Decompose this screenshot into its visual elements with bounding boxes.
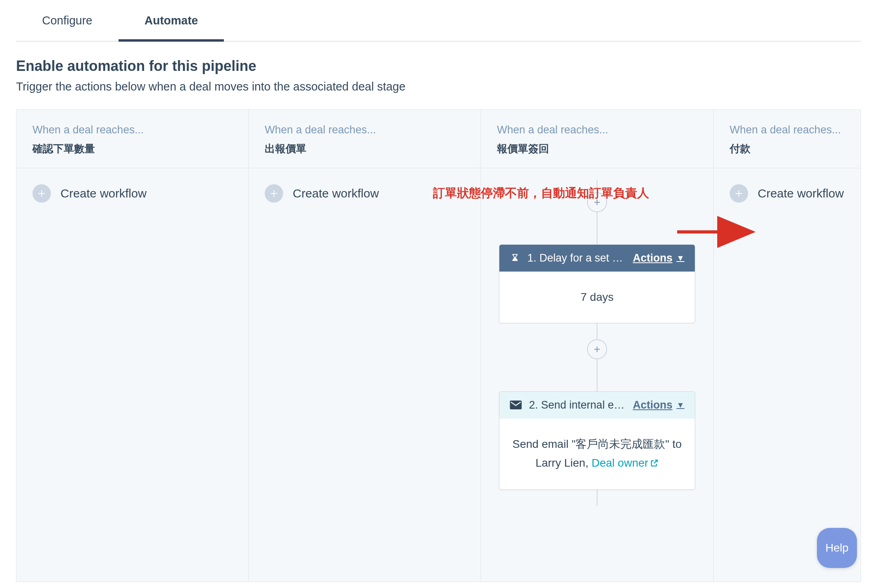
create-workflow-button[interactable]: Create workflow xyxy=(265,184,465,203)
workflow-add-step-button[interactable]: + xyxy=(587,192,607,212)
tab-bar: Configure Automate xyxy=(16,0,861,42)
pipeline-column: When a deal reaches... 付款 Create workflo… xyxy=(713,110,861,582)
column-trigger-label: When a deal reaches... xyxy=(497,124,697,136)
create-workflow-label: Create workflow xyxy=(60,187,147,200)
workflow-step-body: 7 days xyxy=(499,272,695,323)
hourglass-icon xyxy=(510,253,520,264)
pipeline-board: When a deal reaches... 確認下單數量 Create wor… xyxy=(16,109,861,582)
create-workflow-button[interactable]: Create workflow xyxy=(32,184,232,203)
workflow-step-body: Send email "客戶尚未完成匯款" to Larry Lien, Dea… xyxy=(499,419,695,489)
actions-label: Actions xyxy=(633,399,672,411)
column-stage-name: 付款 xyxy=(730,142,845,156)
create-workflow-label: Create workflow xyxy=(293,187,379,200)
tab-automate[interactable]: Automate xyxy=(119,0,224,42)
plus-icon xyxy=(265,184,283,203)
caret-down-icon: ▼ xyxy=(676,254,684,263)
help-button[interactable]: Help xyxy=(817,528,857,568)
workflow-add-step-button[interactable]: + xyxy=(587,339,607,359)
create-workflow-label: Create workflow xyxy=(758,187,844,200)
workflow-step-header: 1. Delay for a set amount of time Action… xyxy=(499,245,695,272)
column-stage-name: 確認下單數量 xyxy=(32,142,232,156)
plus-icon xyxy=(730,184,748,203)
workflow-step-actions-dropdown[interactable]: Actions ▼ xyxy=(633,252,684,264)
page-subtitle: Trigger the actions below when a deal mo… xyxy=(16,80,861,93)
workflow-step-delay[interactable]: 1. Delay for a set amount of time Action… xyxy=(499,244,695,323)
create-workflow-button[interactable]: Create workflow xyxy=(730,184,845,203)
pipeline-column: When a deal reaches... 出報價單 Create workf… xyxy=(248,110,481,582)
column-stage-name: 出報價單 xyxy=(265,142,465,156)
column-trigger-label: When a deal reaches... xyxy=(265,124,465,136)
column-header: When a deal reaches... 報價單簽回 xyxy=(481,110,713,168)
caret-down-icon: ▼ xyxy=(676,401,684,410)
workflow-step-title: 1. Delay for a set amount of time xyxy=(527,252,628,264)
page-title: Enable automation for this pipeline xyxy=(16,58,861,75)
workflow-step-header: 2. Send internal email notification Acti… xyxy=(499,392,695,419)
workflow-canvas: + 1. Delay for a set amount of time xyxy=(499,176,695,506)
column-trigger-label: When a deal reaches... xyxy=(32,124,232,136)
column-header: When a deal reaches... 出報價單 xyxy=(249,110,481,168)
envelope-icon xyxy=(510,401,522,409)
pipeline-column: When a deal reaches... 報價單簽回 訂單狀態停滯不前，自動… xyxy=(481,110,713,582)
column-header: When a deal reaches... 確認下單數量 xyxy=(16,110,248,168)
deal-owner-link[interactable]: Deal owner xyxy=(591,457,659,469)
plus-icon xyxy=(32,184,51,203)
column-trigger-label: When a deal reaches... xyxy=(730,124,845,136)
workflow-step-actions-dropdown[interactable]: Actions ▼ xyxy=(633,399,684,411)
actions-label: Actions xyxy=(633,252,672,264)
workflow-step-title: 2. Send internal email notification xyxy=(529,399,629,411)
column-stage-name: 報價單簽回 xyxy=(497,142,697,156)
column-header: When a deal reaches... 付款 xyxy=(714,110,861,168)
external-link-icon xyxy=(650,454,659,473)
pipeline-column: When a deal reaches... 確認下單數量 Create wor… xyxy=(16,110,248,582)
workflow-step-send-email[interactable]: 2. Send internal email notification Acti… xyxy=(499,391,695,490)
tab-configure[interactable]: Configure xyxy=(16,0,119,42)
